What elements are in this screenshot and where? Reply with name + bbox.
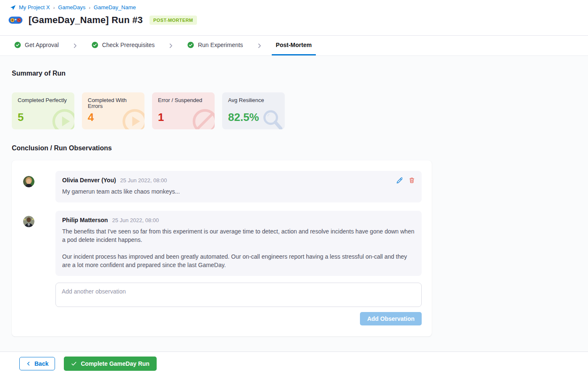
stat-label: Completed With Errors [88, 97, 137, 109]
summary-heading: Summary of Run [12, 70, 576, 77]
observation-bubble: Olivia Denver (You) 25 Jun 2022, 08:00 [55, 171, 422, 202]
observation-input[interactable] [55, 283, 422, 307]
stat-value: 1 [158, 111, 209, 124]
observation-paragraph: Our incident process has improved and be… [62, 252, 415, 269]
breadcrumb-separator: › [53, 5, 55, 10]
gameday-run-page: My Project X › GameDays › GameDay_Name [0, 0, 588, 375]
chevron-right-icon [247, 36, 272, 55]
stat-card-completed-with-errors: Completed With Errors 4 [82, 92, 144, 129]
tab-post-mortem[interactable]: Post-Mortem [272, 36, 316, 55]
footer-action-bar: Back Complete GameDay Run [0, 351, 588, 375]
breadcrumb-link-project[interactable]: My Project X [19, 4, 50, 10]
tab-check-prerequisites[interactable]: Check Prerequisites [87, 36, 159, 55]
observation-paragraph: My gamerun team acts like chaos monkeys.… [62, 187, 415, 196]
observation-item: Olivia Denver (You) 25 Jun 2022, 08:00 [23, 171, 422, 202]
back-button[interactable]: Back [19, 357, 55, 370]
complete-gameday-run-button[interactable]: Complete GameDay Run [64, 357, 156, 371]
observation-paragraph: The benefits that I've seen so far from … [62, 227, 415, 244]
observation-item: Philip Matterson 25 Jun 2022, 08:00 The … [23, 211, 422, 276]
add-observation-section: Add Observation [55, 283, 422, 325]
summary-cards: Completed Perfectly 5 Completed With Err… [12, 92, 576, 129]
avatar [23, 176, 34, 187]
observations-heading: Conclusion / Run Observations [12, 144, 576, 152]
stat-card-completed-perfectly: Completed Perfectly 5 [12, 92, 74, 129]
stat-label: Error / Suspended [158, 97, 207, 109]
check-icon [71, 361, 77, 367]
page-header: My Project X › GameDays › GameDay_Name [0, 0, 588, 35]
complete-button-label: Complete GameDay Run [81, 360, 149, 367]
observation-timestamp: 25 Jun 2022, 08:00 [112, 217, 159, 223]
tab-label: Run Experiments [198, 42, 243, 48]
stat-value: 5 [18, 111, 68, 124]
tab-label: Check Prerequisites [102, 42, 155, 48]
main-content: Summary of Run Completed Perfectly 5 Com… [0, 56, 588, 351]
back-button-label: Back [34, 360, 48, 367]
status-badge: POST-MORTERM [150, 16, 197, 25]
observations-card: Olivia Denver (You) 25 Jun 2022, 08:00 [12, 160, 432, 336]
stat-card-avg-resilience: Avg Resilience 82.5% [222, 92, 285, 129]
run-stepper: Get Approval Check Prerequisites Run Exp… [0, 35, 588, 56]
project-nav-icon [10, 5, 16, 10]
stat-label: Completed Perfectly [18, 97, 67, 109]
delete-icon[interactable] [409, 177, 415, 184]
breadcrumb-separator: › [89, 5, 90, 10]
tab-label: Post-Mortem [276, 42, 312, 48]
observation-bubble: Philip Matterson 25 Jun 2022, 08:00 The … [55, 211, 422, 276]
observation-author: Philip Matterson [62, 217, 108, 223]
tab-run-experiments[interactable]: Run Experiments [183, 36, 247, 55]
chevron-right-icon [159, 36, 183, 55]
page-title: [GameDay_Name] Run #3 [29, 15, 143, 26]
observation-header: Olivia Denver (You) 25 Jun 2022, 08:00 [62, 177, 415, 184]
stat-card-error-suspended: Error / Suspended 1 [152, 92, 215, 129]
stat-label: Avg Resilience [228, 97, 278, 109]
observation-actions [396, 177, 415, 184]
stat-value: 82.5% [228, 111, 279, 124]
gamepad-icon [8, 16, 23, 25]
chevron-left-icon [26, 361, 31, 366]
observation-author: Olivia Denver (You) [62, 177, 116, 184]
observation-text: The benefits that I've seen so far from … [62, 227, 415, 269]
observation-text: My gamerun team acts like chaos monkeys.… [62, 187, 415, 196]
add-observation-button-row: Add Observation [55, 312, 422, 325]
breadcrumb: My Project X › GameDays › GameDay_Name [10, 4, 578, 10]
avatar [23, 216, 34, 227]
stat-value: 4 [88, 111, 139, 124]
chevron-right-icon [63, 36, 87, 55]
tab-label: Get Approval [25, 42, 59, 48]
breadcrumb-link-gameday-name[interactable]: GameDay_Name [94, 4, 136, 10]
observation-timestamp: 25 Jun 2022, 08:00 [120, 177, 167, 184]
breadcrumb-link-gamedays[interactable]: GameDays [58, 4, 85, 10]
edit-icon[interactable] [396, 177, 402, 184]
check-circle-icon [92, 42, 98, 48]
title-row: [GameDay_Name] Run #3 POST-MORTERM [10, 15, 578, 26]
add-observation-button[interactable]: Add Observation [360, 312, 422, 325]
tab-get-approval[interactable]: Get Approval [10, 36, 63, 55]
check-circle-icon [14, 42, 21, 48]
observation-header: Philip Matterson 25 Jun 2022, 08:00 [62, 217, 415, 223]
check-circle-icon [187, 42, 194, 48]
